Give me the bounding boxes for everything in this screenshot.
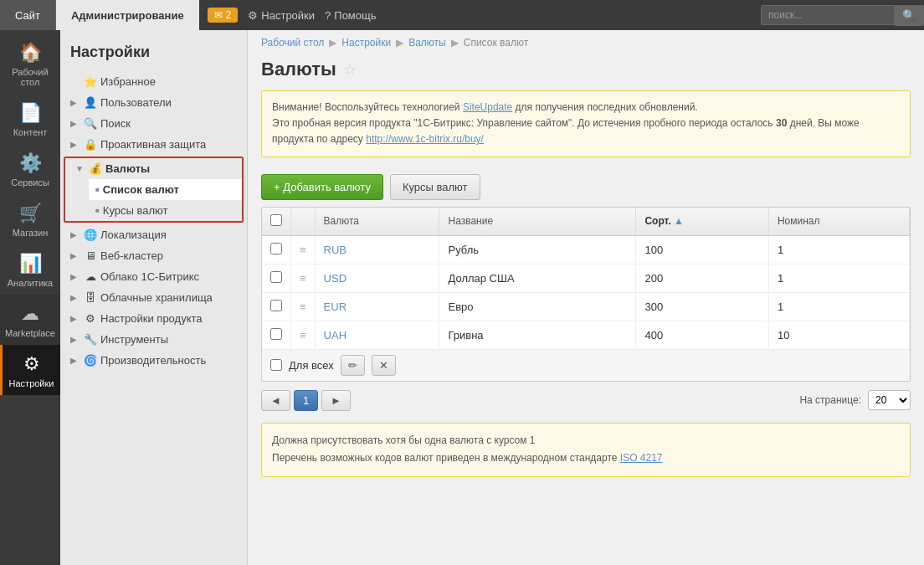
info-text2: Перечень возможных кодов валют приведен … [272,452,620,464]
sidebar-item-settings[interactable]: ⚙ Настройки [0,345,60,395]
top-bar-middle: ✉ 2 ⚙ Настройки ? Помощь [199,0,761,30]
sidebar-item-currencies[interactable]: ▼ 💰 Валюты [65,158,242,179]
row-checkbox-3[interactable] [270,328,282,340]
sidebar-item-shop[interactable]: 🛒 Магазин [0,194,60,244]
help-link[interactable]: ? Помощь [325,9,376,22]
prev-page-button[interactable]: ◄ [261,390,290,411]
sidebar-item-favorites[interactable]: ⭐ Избранное [60,71,247,92]
th-currency-name: Название [439,208,636,236]
currency-link-0[interactable]: RUB [324,244,346,256]
row-drag-0[interactable]: ≡ [291,235,316,264]
iso-link[interactable]: ISO 4217 [620,452,663,464]
row-checkbox-0[interactable] [270,243,282,254]
arrow-icon: ▶ [70,251,80,260]
home-icon: 🏠 [19,42,42,64]
page-title-bar: Валюты ☆ [248,55,924,90]
arrow-icon: ▶ [70,272,80,281]
main-layout: 🏠 Рабочийстол 📄 Контент ⚙️ Сервисы 🛒 Маг… [0,30,924,565]
info-line2: Перечень возможных кодов валют приведен … [272,449,900,468]
sidebar-item-desktop[interactable]: 🏠 Рабочийстол [0,33,60,94]
exchange-rates-button[interactable]: Курсы валют [390,174,480,200]
breadcrumb-sep1: ▶ [329,37,336,49]
currency-link-1[interactable]: USD [324,272,346,285]
per-page-select[interactable]: 20 50 100 [868,390,911,410]
select-all-checkbox[interactable] [270,214,282,226]
search-input[interactable] [761,5,895,25]
breadcrumb-desktop[interactable]: Рабочий стол [261,37,324,49]
currency-icon: 💰 [89,162,102,175]
performance-icon: 🌀 [84,354,97,367]
row-name-1: Доллар США [439,264,636,292]
sidebar-item-cloud-storage[interactable]: ▶ 🗄 Облачные хранилища [60,287,247,308]
edit-selected-button[interactable]: ✏ [341,355,365,376]
sidebar-subitem-currency-list[interactable]: ■ Список валют [89,179,242,200]
table-row: ≡ UAH Гривна 400 10 [262,321,910,349]
shop-icon: 🛒 [19,203,42,224]
sidebar-item-search[interactable]: ▶ 🔍 Поиск [60,113,247,134]
breadcrumb-settings[interactable]: Настройки [341,37,391,49]
sidebar-label-cloud: Облако 1С-Битрикс [100,270,199,283]
row-drag-1[interactable]: ≡ [291,264,316,292]
settings-icon: ⚙ [23,353,40,375]
add-currency-button[interactable]: + Добавить валюту [261,174,383,200]
row-nominal-3: 10 [768,321,909,349]
sidebar-label-webcluster: Веб-кластер [100,249,163,262]
notification-count: 2 [226,9,232,21]
sidebar-item-content[interactable]: 📄 Контент [0,94,60,144]
top-bar: Сайт Администрирование ✉ 2 ⚙ Настройки ?… [0,0,924,30]
search-button[interactable]: 🔍 [895,5,924,26]
row-checkbox-1[interactable] [270,271,282,283]
sidebar-item-protection[interactable]: ▶ 🔒 Проактивная защита [60,134,247,155]
breadcrumb-currencies[interactable]: Валюты [408,37,446,49]
row-drag-2[interactable]: ≡ [291,292,316,321]
sidebar-sublabel-currency-list: Список валют [103,183,179,196]
sidebar-item-cloud[interactable]: ▶ ☁ Облако 1С-Битрикс [60,266,247,287]
settings-sidebar: Настройки ⭐ Избранное ▶ 👤 Пользователи ▶… [60,30,248,565]
currency-link-2[interactable]: EUR [324,300,346,313]
settings-link[interactable]: ⚙ Настройки [248,9,315,22]
row-checkbox-2[interactable] [270,300,282,311]
tab-admin[interactable]: Администрирование [56,0,199,30]
arrow-icon: ▶ [70,230,80,239]
sidebar-item-webcluster[interactable]: ▶ 🖥 Веб-кластер [60,245,247,266]
notification-badge[interactable]: ✉ 2 [208,8,239,23]
tab-site[interactable]: Сайт [0,0,56,30]
sidebar-item-performance[interactable]: ▶ 🌀 Производительность [60,350,247,371]
th-drag [291,208,316,236]
page-1-button[interactable]: 1 [294,390,318,411]
sidebar-item-users[interactable]: ▶ 👤 Пользователи [60,92,247,113]
sidebar-item-localization[interactable]: ▶ 🌐 Локализация [60,224,247,245]
content-toolbar: + Добавить валюту Курсы валют [248,167,924,207]
sidebar-item-services[interactable]: ⚙️ Сервисы [0,144,60,194]
th-sort[interactable]: Сорт. ▲ [636,208,769,236]
sidebar-item-tools[interactable]: ▶ 🔧 Инструменты [60,329,247,350]
arrow-icon: ▶ [70,314,80,323]
row-drag-3[interactable]: ≡ [291,321,316,349]
users-icon: 👤 [84,96,97,109]
buy-link[interactable]: http://www.1c-bitrix.ru/buy/ [366,133,484,145]
row-nominal-2: 1 [768,292,909,321]
alert-text2: для получения последних обновлений. [516,101,698,113]
webcluster-icon: 🖥 [84,249,97,262]
for-all-label: Для всех [289,359,334,372]
pagination: ◄ 1 ► [261,390,351,411]
sidebar-item-analytics[interactable]: 📊 Аналитика [0,244,60,295]
currency-link-3[interactable]: UAH [324,329,346,342]
next-page-button[interactable]: ► [321,390,351,411]
trial-days: 30 [776,117,787,129]
for-all-checkbox[interactable] [270,359,282,371]
delete-selected-button[interactable]: ✕ [372,355,396,376]
sidebar-item-marketplace[interactable]: ☁ Marketplace [0,295,60,345]
sidebar-label-product-settings: Настройки продукта [100,312,203,325]
sidebar-label-tools: Инструменты [100,333,168,346]
sidebar-item-label-settings: Настройки [9,378,54,388]
row-sort-1: 200 [636,264,769,292]
tab-group: Сайт Администрирование [0,0,199,30]
row-name-2: Евро [439,292,636,321]
sidebar-subitem-exchange-rates[interactable]: ■ Курсы валют [89,200,242,221]
row-code-3: UAH [315,321,439,349]
favorite-star-icon[interactable]: ☆ [343,60,357,79]
sidebar-item-product-settings[interactable]: ▶ ⚙ Настройки продукта [60,308,247,329]
analytics-icon: 📊 [19,253,42,275]
siteupdate-link[interactable]: SiteUpdate [463,101,512,113]
